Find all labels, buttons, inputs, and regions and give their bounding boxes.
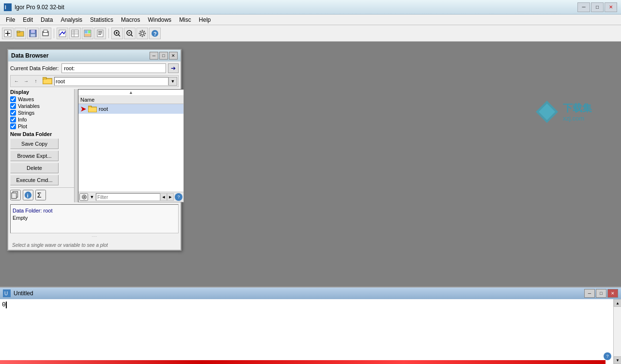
info-checkbox-row: Info (10, 117, 78, 122)
menu-statistics[interactable]: Statistics (86, 15, 117, 24)
cmd-restore-btn[interactable]: □ (596, 289, 606, 298)
tree-arrow-indicator: ➤ (80, 105, 86, 113)
svg-line-32 (131, 35, 133, 36)
toolbar-table-btn[interactable] (69, 28, 81, 39)
menu-help[interactable]: Help (195, 15, 215, 24)
toolbar-zoom-in-btn[interactable] (111, 28, 123, 39)
db-minimize-btn[interactable]: ─ (150, 52, 158, 60)
cmd-main-area[interactable]: 0 ? (0, 299, 613, 364)
toolbar-graph-btn[interactable] (57, 28, 68, 39)
cmd-scroll-track[interactable] (614, 307, 621, 356)
tree-header: Name (78, 96, 183, 104)
filter-row: ▼ ◄ ► ? (78, 192, 183, 202)
cmd-help-icon[interactable]: ? (604, 352, 611, 360)
data-browser-body: Current Data Folder: ➔ ← → ↑ ▼ (8, 61, 181, 250)
left-panel-scrollbar[interactable] (74, 89, 78, 202)
svg-point-37 (145, 32, 146, 34)
svg-rect-21 (85, 34, 91, 36)
display-section-label: Display (10, 89, 78, 95)
new-data-label: New Data Folder (10, 131, 78, 137)
menu-edit[interactable]: Edit (19, 15, 37, 24)
filter-nav-right-btn[interactable]: ► (167, 193, 174, 201)
svg-line-29 (119, 35, 120, 36)
filter-help-btn[interactable]: ? (175, 193, 182, 201)
toolbar-print-btn[interactable] (40, 28, 51, 39)
menu-file[interactable]: File (2, 15, 19, 24)
svg-rect-9 (30, 34, 35, 37)
copy-icon-btn[interactable] (10, 190, 21, 200)
svg-point-34 (142, 30, 143, 31)
tree-scroll-indicator: ▲ (78, 90, 183, 96)
app-minimize-btn[interactable]: ─ (577, 2, 590, 12)
db-left-panel: Display Waves Variables Strings (10, 89, 78, 202)
cmd-minimize-btn[interactable]: ─ (584, 289, 595, 298)
data-browser-title-bar: Data Browser ─ □ ✕ (8, 50, 181, 61)
menu-analysis[interactable]: Analysis (57, 15, 86, 24)
browse-expt-button[interactable]: Browse Expt... (10, 151, 59, 161)
svg-rect-14 (72, 30, 78, 37)
filter-settings-btn[interactable] (79, 193, 88, 201)
plot-checkbox[interactable] (10, 123, 16, 129)
folder-goto-btn[interactable]: ➔ (168, 63, 179, 73)
cmd-scroll-down-btn[interactable]: ▼ (614, 356, 621, 364)
toolbar-help-btn[interactable]: ? (149, 28, 161, 39)
menu-windows[interactable]: Windows (144, 15, 175, 24)
filter-nav-left-btn[interactable]: ◄ (160, 193, 167, 201)
nav-up-btn[interactable]: ↑ (31, 77, 41, 86)
db-restore-btn[interactable]: □ (159, 52, 168, 60)
toolbar-layout-btn[interactable] (82, 28, 93, 39)
svg-rect-56 (89, 107, 96, 112)
cmd-close-btn[interactable]: ✕ (607, 289, 618, 298)
data-browser-controls: ─ □ ✕ (150, 52, 178, 60)
sigma-icon-btn[interactable]: Σ (35, 190, 46, 200)
svg-point-40 (140, 34, 141, 36)
resize-handle[interactable]: ····· (10, 233, 179, 240)
nav-path-input[interactable] (54, 77, 168, 86)
execute-cmd-button[interactable]: Execute Cmd... (10, 175, 59, 185)
cmd-body: 0 ? ▲ ▼ (0, 299, 621, 364)
watermark-text: 下载集 (563, 102, 592, 115)
app-restore-btn[interactable]: □ (591, 2, 604, 12)
toolbar-new-btn[interactable] (2, 28, 14, 39)
db-close-btn[interactable]: ✕ (169, 52, 178, 60)
nav-back-btn[interactable]: ← (12, 77, 21, 86)
filter-dropdown-btn[interactable]: ▼ (88, 193, 96, 201)
app-window-controls: ─ □ ✕ (577, 2, 617, 12)
cmd-scroll-up-btn[interactable]: ▲ (614, 299, 621, 307)
toolbar-save-btn[interactable] (27, 28, 39, 39)
toolbar-open-btn[interactable] (15, 28, 26, 39)
waves-checkbox[interactable] (10, 96, 16, 102)
svg-rect-6 (17, 31, 20, 32)
save-copy-button[interactable]: Save Copy (10, 138, 59, 149)
svg-point-36 (139, 32, 140, 34)
menu-data[interactable]: Data (37, 15, 57, 24)
svg-rect-20 (88, 30, 91, 33)
toolbar-settings-btn[interactable] (136, 28, 148, 39)
tree-row[interactable]: ➤ root (78, 104, 183, 114)
toolbar: ? (0, 25, 621, 42)
toolbar-notebook-btn[interactable] (94, 28, 106, 39)
nav-folder-icon (43, 76, 52, 86)
delete-button[interactable]: Delete (10, 163, 59, 173)
info-icon-btn[interactable]: i (23, 190, 33, 200)
svg-text:U: U (4, 291, 8, 296)
nav-dropdown-btn[interactable]: ▼ (168, 77, 177, 86)
svg-text:?: ? (153, 31, 157, 37)
svg-rect-11 (43, 33, 48, 35)
filter-input[interactable] (96, 193, 160, 201)
toolbar-zoom-out-btn[interactable] (124, 28, 136, 39)
current-folder-input[interactable] (61, 63, 166, 73)
info-checkbox[interactable] (10, 117, 16, 122)
watermark-url: xzj.com (563, 115, 592, 122)
app-close-btn[interactable]: ✕ (605, 2, 617, 12)
nav-forward-btn[interactable]: → (21, 77, 31, 86)
menu-macros[interactable]: Macros (117, 15, 144, 24)
current-folder-row: Current Data Folder: ➔ (10, 63, 179, 73)
strings-checkbox[interactable] (10, 110, 16, 116)
svg-rect-13 (59, 30, 66, 37)
menu-misc[interactable]: Misc (175, 15, 195, 24)
cmd-window-controls: ─ □ ✕ (584, 289, 618, 298)
variables-checkbox[interactable] (10, 103, 16, 109)
strings-label: Strings (18, 110, 34, 116)
toolbar-sep-2 (108, 29, 109, 38)
